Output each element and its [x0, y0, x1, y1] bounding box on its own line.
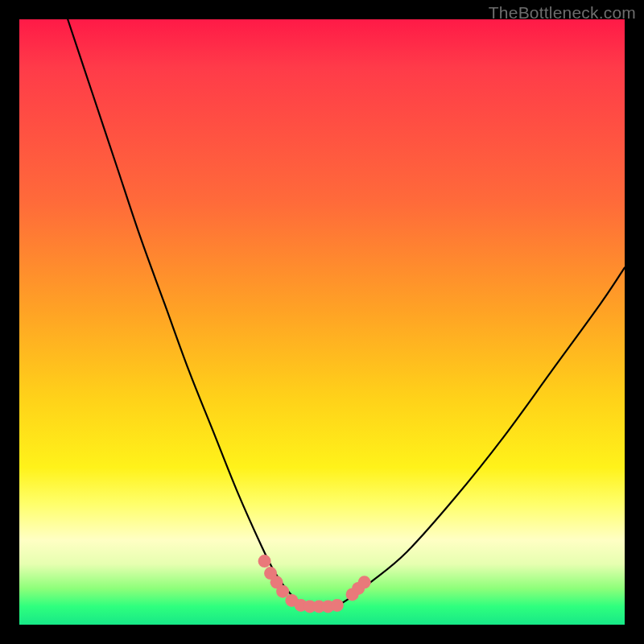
- data-marker: [358, 576, 371, 588]
- data-marker: [276, 585, 289, 598]
- curve-svg: [19, 19, 625, 625]
- chart-frame: TheBottleneck.com: [0, 0, 644, 644]
- marker-group: [258, 555, 371, 613]
- data-marker: [258, 555, 271, 568]
- plot-area: [19, 19, 625, 625]
- bottleneck-curve: [68, 19, 625, 607]
- data-marker: [331, 599, 344, 612]
- watermark: TheBottleneck.com: [489, 3, 636, 23]
